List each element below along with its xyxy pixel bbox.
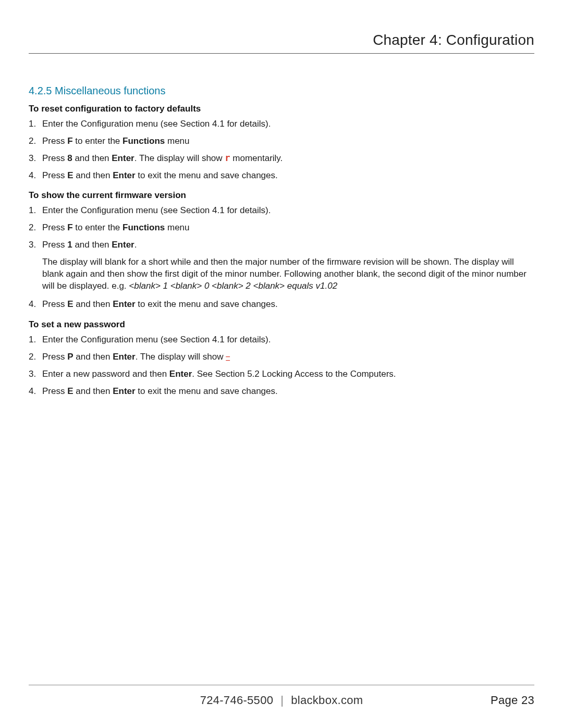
sub-heading-password: To set a new password <box>29 319 534 331</box>
step-text: Enter the Configuration menu (see Sectio… <box>42 119 271 129</box>
footer-phone: 724-746-5500 <box>200 693 274 708</box>
footer-center: 724-746-5500 | blackbox.com <box>200 693 363 708</box>
sub-heading-firmware: To show the current firmware version <box>29 190 534 202</box>
step-text: Press P and then Enter. The display will… <box>42 352 230 362</box>
step: Press F to enter the Functions menu <box>39 135 534 147</box>
step: Enter the Configuration menu (see Sectio… <box>39 205 534 217</box>
step-text: Press E and then Enter to exit the menu … <box>42 170 278 180</box>
step: Press 8 and then Enter. The display will… <box>39 153 534 165</box>
step: Press E and then Enter to exit the menu … <box>39 299 534 311</box>
step: Press F to enter the Functions menu <box>39 222 534 234</box>
footer-separator: | <box>280 693 284 708</box>
step-text: Enter the Configuration menu (see Sectio… <box>42 205 271 215</box>
step-text: Press F to enter the Functions menu <box>42 223 190 232</box>
step-extra-text: The display will blank for a short while… <box>42 256 534 292</box>
step-text: Enter a new password and then Enter. See… <box>42 369 396 379</box>
steps-password: Enter the Configuration menu (see Sectio… <box>29 334 534 398</box>
step: Press E and then Enter to exit the menu … <box>39 386 534 398</box>
steps-firmware: Enter the Configuration menu (see Sectio… <box>29 205 534 311</box>
document-page: Chapter 4: Configuration 4.2.5 Miscellan… <box>0 0 563 728</box>
chapter-title: Chapter 4: Configuration <box>29 30 534 50</box>
footer-rule <box>29 685 534 685</box>
footer-row: 724-746-5500 | blackbox.com Page 23 <box>29 693 534 708</box>
footer-page-number: Page 23 <box>491 693 534 708</box>
step: Press 1 and then Enter. The display will… <box>39 239 534 292</box>
sub-heading-reset: To reset configuration to factory defaul… <box>29 103 534 115</box>
step-text: Enter the Configuration menu (see Sectio… <box>42 335 271 344</box>
step: Enter a new password and then Enter. See… <box>39 368 534 380</box>
step-text: Press 8 and then Enter. The display will… <box>42 153 283 163</box>
header-rule <box>29 53 534 54</box>
step: Press P and then Enter. The display will… <box>39 351 534 363</box>
section-number: 4.2.5 <box>29 85 52 96</box>
step: Press E and then Enter to exit the menu … <box>39 170 534 182</box>
footer: 724-746-5500 | blackbox.com Page 23 <box>29 685 534 708</box>
step-text: Press E and then Enter to exit the menu … <box>42 299 278 309</box>
step: Enter the Configuration menu (see Sectio… <box>39 334 534 346</box>
footer-site: blackbox.com <box>291 693 363 708</box>
section-title: Miscellaneous functions <box>55 85 165 96</box>
step-text: Press E and then Enter to exit the menu … <box>42 386 278 396</box>
step: Enter the Configuration menu (see Sectio… <box>39 118 534 130</box>
section-heading: 4.2.5 Miscellaneous functions <box>29 84 534 98</box>
step-text: Press 1 and then Enter. <box>42 240 137 250</box>
steps-reset: Enter the Configuration menu (see Sectio… <box>29 118 534 182</box>
step-text: Press F to enter the Functions menu <box>42 136 190 146</box>
